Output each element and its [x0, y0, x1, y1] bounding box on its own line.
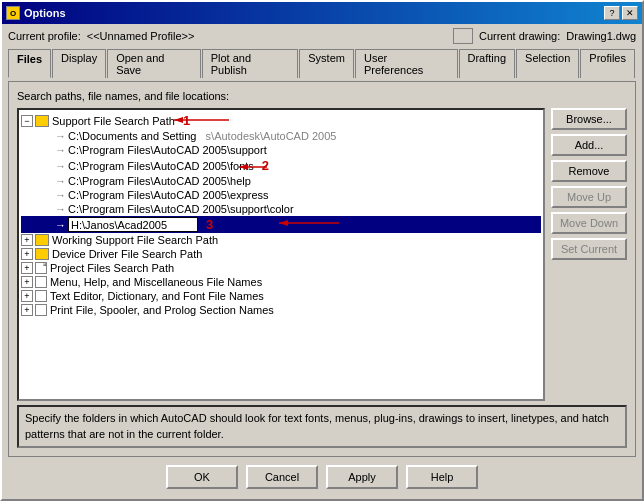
- tree-item-device[interactable]: + Device Driver File Search Path: [21, 247, 541, 261]
- arrow-icon3: →: [55, 160, 66, 172]
- device-label: Device Driver File Search Path: [52, 248, 202, 260]
- expand-placeholder: [41, 130, 53, 142]
- color-label: C:\Program Files\AutoCAD 2005\support\co…: [68, 203, 294, 215]
- window-body: Current profile: <<Unnamed Profile>> Cur…: [2, 24, 642, 499]
- current-drawing-label: Current drawing:: [479, 30, 560, 42]
- annotation-1: 1: [183, 113, 190, 128]
- apply-button[interactable]: Apply: [326, 465, 398, 489]
- tree-item-color[interactable]: → C:\Program Files\AutoCAD 2005\support\…: [21, 202, 541, 216]
- move-down-button[interactable]: Move Down: [551, 212, 627, 234]
- arrow-icon: →: [55, 130, 66, 142]
- tab-system[interactable]: System: [299, 49, 354, 78]
- set-current-button[interactable]: Set Current: [551, 238, 627, 260]
- tab-plot-publish[interactable]: Plot and Publish: [202, 49, 299, 78]
- expand-placeholder6: [41, 203, 53, 215]
- expand-device-btn[interactable]: +: [21, 248, 33, 260]
- expand-texteditor-btn[interactable]: +: [21, 290, 33, 302]
- tab-files[interactable]: Files: [8, 49, 51, 78]
- folder-icon-device: [35, 248, 49, 260]
- window-icon: O: [6, 6, 20, 20]
- title-buttons: ? ✕: [604, 6, 638, 20]
- file-icon-print: [35, 304, 47, 316]
- expand-placeholder2: [41, 144, 53, 156]
- tab-open-save[interactable]: Open and Save: [107, 49, 201, 78]
- tree-item-janos[interactable]: → 3: [21, 216, 541, 233]
- prog-support-label: C:\Program Files\AutoCAD 2005\support: [68, 144, 267, 156]
- annotation-3: 3: [206, 217, 213, 232]
- menu-label: Menu, Help, and Miscellaneous File Names: [50, 276, 262, 288]
- main-area: − Support File Search Path 1 → C:\Docume…: [17, 108, 627, 401]
- file-icon-project: [35, 262, 47, 274]
- tree-item-text-editor[interactable]: + Text Editor, Dictionary, and Font File…: [21, 289, 541, 303]
- cancel-button[interactable]: Cancel: [246, 465, 318, 489]
- current-profile-label: Current profile:: [8, 30, 81, 42]
- support-path-label: Support File Search Path: [52, 115, 175, 127]
- tree-item-docs[interactable]: → C:\Documents and Setting s\Autodesk\Au…: [21, 129, 541, 143]
- title-bar-left: O Options: [6, 6, 66, 20]
- folder-icon-support: [35, 115, 49, 127]
- folder-icon-working: [35, 234, 49, 246]
- tree-item-project[interactable]: + Project Files Search Path: [21, 261, 541, 275]
- docs-label: C:\Documents and Setting: [68, 130, 196, 142]
- expand-project-btn[interactable]: +: [21, 262, 33, 274]
- tab-selection[interactable]: Selection: [516, 49, 579, 78]
- bottom-buttons: OK Cancel Apply Help: [8, 461, 636, 493]
- arrow-icon7: →: [55, 219, 66, 231]
- expand-support-btn[interactable]: −: [21, 115, 33, 127]
- project-label: Project Files Search Path: [50, 262, 174, 274]
- help-title-button[interactable]: ?: [604, 6, 620, 20]
- tree-item-prog-support[interactable]: → C:\Program Files\AutoCAD 2005\support: [21, 143, 541, 157]
- text-editor-label: Text Editor, Dictionary, and Font File N…: [50, 290, 264, 302]
- tab-user-preferences[interactable]: User Preferences: [355, 49, 458, 78]
- tree-item-print[interactable]: + Print File, Spooler, and Prolog Sectio…: [21, 303, 541, 317]
- options-window: O Options ? ✕ Current profile: <<Unnamed…: [0, 0, 644, 501]
- remove-button[interactable]: Remove: [551, 160, 627, 182]
- expand-menu-btn[interactable]: +: [21, 276, 33, 288]
- browse-button[interactable]: Browse...: [551, 108, 627, 130]
- tree-item-working[interactable]: + Working Support File Search Path: [21, 233, 541, 247]
- tree-container[interactable]: − Support File Search Path 1 → C:\Docume…: [17, 108, 545, 401]
- current-drawing-value: Drawing1.dwg: [566, 30, 636, 42]
- janos-edit-input[interactable]: [68, 217, 198, 232]
- tab-drafting[interactable]: Drafting: [459, 49, 516, 78]
- expand-working-btn[interactable]: +: [21, 234, 33, 246]
- arrow-icon2: →: [55, 144, 66, 156]
- tab-content: Search paths, file names, and file locat…: [8, 81, 636, 457]
- description-text: Specify the folders in which AutoCAD sho…: [17, 405, 627, 448]
- arrow-icon6: →: [55, 203, 66, 215]
- tab-profiles[interactable]: Profiles: [580, 49, 635, 78]
- close-title-button[interactable]: ✕: [622, 6, 638, 20]
- tree-item-express[interactable]: → C:\Program Files\AutoCAD 2005\express: [21, 188, 541, 202]
- search-paths-label: Search paths, file names, and file locat…: [17, 90, 627, 102]
- file-icon-text: [35, 290, 47, 302]
- expand-placeholder5: [41, 189, 53, 201]
- fonts-label: C:\Program Files\AutoCAD 2005\fonts: [68, 160, 254, 172]
- tree-item-fonts[interactable]: → C:\Program Files\AutoCAD 2005\fonts 2: [21, 157, 541, 174]
- working-label: Working Support File Search Path: [52, 234, 218, 246]
- file-icon-menu: [35, 276, 47, 288]
- expand-placeholder7: [41, 219, 53, 231]
- arrow-icon4: →: [55, 175, 66, 187]
- expand-placeholder3: [41, 160, 53, 172]
- tab-display[interactable]: Display: [52, 49, 106, 78]
- annotation-2: 2: [262, 158, 269, 173]
- help-label: C:\Program Files\AutoCAD 2005\help: [68, 175, 251, 187]
- title-bar: O Options ? ✕: [2, 2, 642, 24]
- window-title: Options: [24, 7, 66, 19]
- tabs-row: Files Display Open and Save Plot and Pub…: [8, 48, 636, 77]
- expand-placeholder4: [41, 175, 53, 187]
- tree-item-menu[interactable]: + Menu, Help, and Miscellaneous File Nam…: [21, 275, 541, 289]
- tree-item-support-path[interactable]: − Support File Search Path 1: [21, 112, 541, 129]
- print-label: Print File, Spooler, and Prolog Section …: [50, 304, 274, 316]
- current-profile-value: <<Unnamed Profile>>: [87, 30, 195, 42]
- buttons-col: Browse... Add... Remove Move Up Move Dow…: [551, 108, 627, 401]
- ok-button[interactable]: OK: [166, 465, 238, 489]
- expand-print-btn[interactable]: +: [21, 304, 33, 316]
- truncated: s\Autodesk\AutoCAD 2005: [196, 130, 336, 142]
- help-button[interactable]: Help: [406, 465, 478, 489]
- tree-item-help[interactable]: → C:\Program Files\AutoCAD 2005\help: [21, 174, 541, 188]
- arrow-icon5: →: [55, 189, 66, 201]
- express-label: C:\Program Files\AutoCAD 2005\express: [68, 189, 269, 201]
- move-up-button[interactable]: Move Up: [551, 186, 627, 208]
- add-button[interactable]: Add...: [551, 134, 627, 156]
